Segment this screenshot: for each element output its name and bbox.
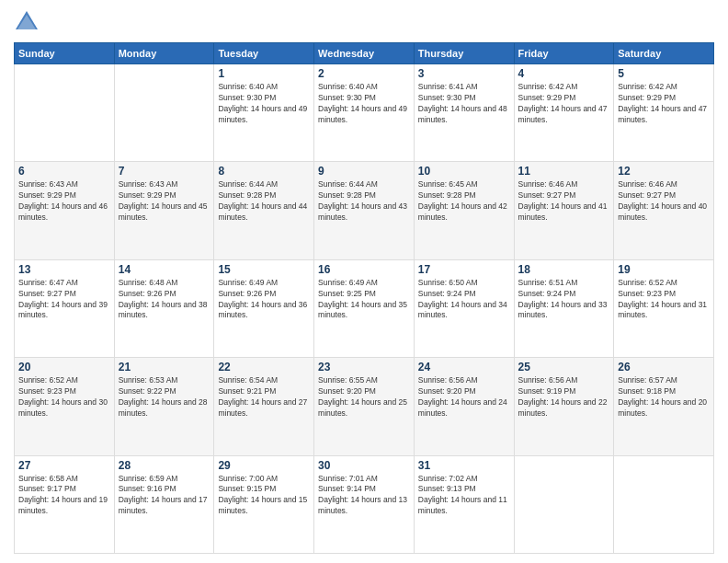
day-info: Sunrise: 6:40 AM Sunset: 9:30 PM Dayligh… (318, 82, 410, 126)
calendar-cell: 13Sunrise: 6:47 AM Sunset: 9:27 PM Dayli… (15, 259, 115, 357)
day-number: 1 (218, 67, 310, 80)
day-info: Sunrise: 6:57 AM Sunset: 9:18 PM Dayligh… (618, 375, 710, 419)
day-number: 16 (318, 263, 410, 276)
calendar-cell: 26Sunrise: 6:57 AM Sunset: 9:18 PM Dayli… (614, 358, 714, 455)
day-info: Sunrise: 6:49 AM Sunset: 9:25 PM Dayligh… (318, 278, 410, 322)
day-number: 20 (18, 361, 110, 373)
calendar-cell: 25Sunrise: 6:56 AM Sunset: 9:19 PM Dayli… (514, 358, 614, 455)
calendar-cell: 2Sunrise: 6:40 AM Sunset: 9:30 PM Daylig… (314, 64, 415, 162)
logo (14, 9, 43, 35)
day-header: Tuesday (214, 43, 314, 64)
calendar-cell: 24Sunrise: 6:56 AM Sunset: 9:20 PM Dayli… (414, 358, 514, 455)
day-number: 17 (418, 263, 510, 276)
calendar-cell: 6Sunrise: 6:43 AM Sunset: 9:29 PM Daylig… (15, 162, 115, 259)
day-info: Sunrise: 6:54 AM Sunset: 9:21 PM Dayligh… (218, 375, 310, 419)
day-info: Sunrise: 6:42 AM Sunset: 9:29 PM Dayligh… (618, 82, 710, 126)
day-number: 29 (218, 459, 310, 472)
calendar-cell (514, 455, 614, 553)
day-number: 19 (618, 263, 710, 276)
day-info: Sunrise: 6:52 AM Sunset: 9:23 PM Dayligh… (18, 375, 110, 419)
day-info: Sunrise: 6:52 AM Sunset: 9:23 PM Dayligh… (618, 278, 710, 322)
calendar-week-row: 13Sunrise: 6:47 AM Sunset: 9:27 PM Dayli… (15, 259, 714, 357)
calendar-cell: 1Sunrise: 6:40 AM Sunset: 9:30 PM Daylig… (214, 64, 314, 162)
day-number: 14 (119, 263, 210, 276)
calendar-week-row: 1Sunrise: 6:40 AM Sunset: 9:30 PM Daylig… (15, 64, 714, 162)
day-info: Sunrise: 6:58 AM Sunset: 9:17 PM Dayligh… (18, 474, 110, 518)
calendar-cell (114, 64, 214, 162)
day-number: 27 (18, 459, 110, 472)
calendar-cell: 7Sunrise: 6:43 AM Sunset: 9:29 PM Daylig… (114, 162, 214, 259)
calendar-cell: 17Sunrise: 6:50 AM Sunset: 9:24 PM Dayli… (414, 259, 514, 357)
calendar-week-row: 20Sunrise: 6:52 AM Sunset: 9:23 PM Dayli… (15, 358, 714, 455)
day-info: Sunrise: 7:02 AM Sunset: 9:13 PM Dayligh… (418, 474, 510, 518)
calendar-cell: 22Sunrise: 6:54 AM Sunset: 9:21 PM Dayli… (214, 358, 314, 455)
day-number: 7 (119, 165, 210, 178)
day-number: 11 (518, 165, 610, 178)
day-info: Sunrise: 6:51 AM Sunset: 9:24 PM Dayligh… (518, 278, 610, 322)
calendar-cell: 3Sunrise: 6:41 AM Sunset: 9:30 PM Daylig… (414, 64, 514, 162)
calendar-cell: 29Sunrise: 7:00 AM Sunset: 9:15 PM Dayli… (214, 455, 314, 553)
day-info: Sunrise: 7:01 AM Sunset: 9:14 PM Dayligh… (318, 474, 410, 518)
day-info: Sunrise: 6:45 AM Sunset: 9:28 PM Dayligh… (418, 179, 510, 224)
calendar-week-row: 27Sunrise: 6:58 AM Sunset: 9:17 PM Dayli… (15, 455, 714, 553)
day-info: Sunrise: 6:44 AM Sunset: 9:28 PM Dayligh… (318, 179, 410, 224)
day-number: 26 (618, 361, 710, 373)
calendar-cell: 15Sunrise: 6:49 AM Sunset: 9:26 PM Dayli… (214, 259, 314, 357)
calendar-cell: 5Sunrise: 6:42 AM Sunset: 9:29 PM Daylig… (614, 64, 714, 162)
day-info: Sunrise: 6:43 AM Sunset: 9:29 PM Dayligh… (119, 179, 210, 224)
calendar-cell: 12Sunrise: 6:46 AM Sunset: 9:27 PM Dayli… (614, 162, 714, 259)
calendar-cell: 4Sunrise: 6:42 AM Sunset: 9:29 PM Daylig… (514, 64, 614, 162)
day-number: 23 (318, 361, 410, 373)
day-number: 9 (318, 165, 410, 178)
day-info: Sunrise: 6:43 AM Sunset: 9:29 PM Dayligh… (18, 179, 110, 224)
day-header: Wednesday (314, 43, 415, 64)
calendar-cell (614, 455, 714, 553)
day-number: 8 (218, 165, 310, 178)
calendar-cell: 23Sunrise: 6:55 AM Sunset: 9:20 PM Dayli… (314, 358, 415, 455)
day-number: 12 (618, 165, 710, 178)
calendar-cell: 10Sunrise: 6:45 AM Sunset: 9:28 PM Dayli… (414, 162, 514, 259)
calendar-cell: 20Sunrise: 6:52 AM Sunset: 9:23 PM Dayli… (15, 358, 115, 455)
day-info: Sunrise: 6:46 AM Sunset: 9:27 PM Dayligh… (618, 179, 710, 224)
day-number: 13 (18, 263, 110, 276)
day-number: 4 (518, 67, 610, 80)
day-number: 22 (218, 361, 310, 373)
day-header: Friday (514, 43, 614, 64)
day-number: 18 (518, 263, 610, 276)
day-number: 24 (418, 361, 510, 373)
calendar-cell: 18Sunrise: 6:51 AM Sunset: 9:24 PM Dayli… (514, 259, 614, 357)
day-info: Sunrise: 6:50 AM Sunset: 9:24 PM Dayligh… (418, 278, 510, 322)
day-info: Sunrise: 6:46 AM Sunset: 9:27 PM Dayligh… (518, 179, 610, 224)
day-number: 6 (18, 165, 110, 178)
day-info: Sunrise: 6:55 AM Sunset: 9:20 PM Dayligh… (318, 375, 410, 419)
day-number: 31 (418, 459, 510, 472)
day-info: Sunrise: 6:59 AM Sunset: 9:16 PM Dayligh… (119, 474, 210, 518)
day-number: 5 (618, 67, 710, 80)
calendar-cell: 14Sunrise: 6:48 AM Sunset: 9:26 PM Dayli… (114, 259, 214, 357)
day-info: Sunrise: 6:56 AM Sunset: 9:19 PM Dayligh… (518, 375, 610, 419)
calendar: SundayMondayTuesdayWednesdayThursdayFrid… (14, 42, 714, 554)
calendar-cell: 8Sunrise: 6:44 AM Sunset: 9:28 PM Daylig… (214, 162, 314, 259)
day-info: Sunrise: 6:44 AM Sunset: 9:28 PM Dayligh… (218, 179, 310, 224)
calendar-cell: 31Sunrise: 7:02 AM Sunset: 9:13 PM Dayli… (414, 455, 514, 553)
day-number: 3 (418, 67, 510, 80)
day-number: 2 (318, 67, 410, 80)
day-info: Sunrise: 6:40 AM Sunset: 9:30 PM Dayligh… (218, 82, 310, 126)
day-info: Sunrise: 6:41 AM Sunset: 9:30 PM Dayligh… (418, 82, 510, 126)
day-info: Sunrise: 6:42 AM Sunset: 9:29 PM Dayligh… (518, 82, 610, 126)
header (14, 9, 714, 35)
calendar-cell (15, 64, 115, 162)
calendar-cell: 28Sunrise: 6:59 AM Sunset: 9:16 PM Dayli… (114, 455, 214, 553)
calendar-cell: 30Sunrise: 7:01 AM Sunset: 9:14 PM Dayli… (314, 455, 415, 553)
calendar-cell: 11Sunrise: 6:46 AM Sunset: 9:27 PM Dayli… (514, 162, 614, 259)
calendar-cell: 27Sunrise: 6:58 AM Sunset: 9:17 PM Dayli… (15, 455, 115, 553)
day-header: Thursday (414, 43, 514, 64)
day-info: Sunrise: 6:48 AM Sunset: 9:26 PM Dayligh… (119, 278, 210, 322)
calendar-cell: 21Sunrise: 6:53 AM Sunset: 9:22 PM Dayli… (114, 358, 214, 455)
day-number: 28 (119, 459, 210, 472)
day-number: 30 (318, 459, 410, 472)
day-info: Sunrise: 7:00 AM Sunset: 9:15 PM Dayligh… (218, 474, 310, 518)
page: SundayMondayTuesdayWednesdayThursdayFrid… (0, 0, 728, 563)
day-number: 15 (218, 263, 310, 276)
calendar-cell: 19Sunrise: 6:52 AM Sunset: 9:23 PM Dayli… (614, 259, 714, 357)
